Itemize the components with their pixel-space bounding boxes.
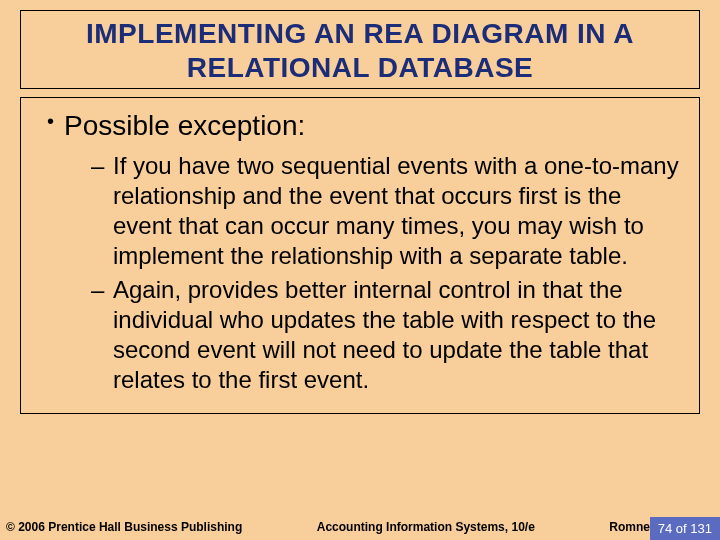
sub-item: – If you have two sequential events with…: [91, 151, 685, 271]
sub-text: Again, provides better internal control …: [113, 275, 685, 395]
footer-copyright: © 2006 Prentice Hall Business Publishing: [0, 520, 242, 534]
sub-list: – If you have two sequential events with…: [91, 151, 685, 395]
dash-icon: –: [91, 151, 105, 181]
title-box: IMPLEMENTING AN REA DIAGRAM IN A RELATIO…: [20, 10, 700, 89]
page-number-badge: 74 of 131: [650, 517, 720, 540]
footer: © 2006 Prentice Hall Business Publishing…: [0, 520, 720, 534]
dash-icon: –: [91, 275, 105, 305]
sub-item: – Again, provides better internal contro…: [91, 275, 685, 395]
slide-title: IMPLEMENTING AN REA DIAGRAM IN A RELATIO…: [31, 17, 689, 84]
sub-text: If you have two sequential events with a…: [113, 151, 685, 271]
content-box: • Possible exception: – If you have two …: [20, 97, 700, 413]
footer-center: Accounting Information Systems, 10/e: [242, 520, 609, 534]
bullet-dot-icon: •: [47, 108, 54, 134]
bullet-text: Possible exception:: [64, 108, 305, 144]
bullet-item: • Possible exception:: [35, 108, 685, 144]
